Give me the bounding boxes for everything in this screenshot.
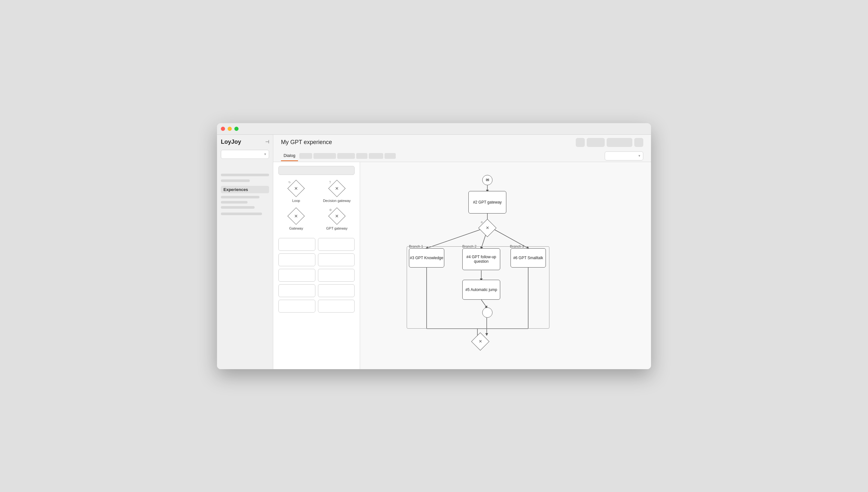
node-type-gateway[interactable]: ✕ Gateway [278,208,314,230]
block-item-8[interactable] [318,284,355,297]
flow-canvas[interactable]: ✉ #2 GPT gateway ⚙ ✕ Bra [360,162,651,369]
node-type-loop[interactable]: ↻ ✕ Loop [278,180,314,203]
app-body: LoyJoy ⊣ ▾ Experiences My GPT experience [217,135,651,369]
block-item-3[interactable] [278,253,315,266]
titlebar [217,123,651,135]
sidebar-item-2[interactable] [221,201,248,203]
block-item-7[interactable] [278,284,315,297]
collapse-icon[interactable]: ⊣ [265,139,269,144]
node-type-decision-gateway[interactable]: ? ✕ Decision gateway [319,180,355,203]
minimize-button[interactable] [228,127,232,131]
toolbar-icons [576,138,643,147]
block-item-4[interactable] [318,253,355,266]
branch-box [407,246,550,329]
flow-diamond-gw2[interactable]: ✕ [473,335,487,349]
node-label-loop: Loop [292,199,300,203]
toolbar-btn-2[interactable] [587,138,605,147]
sidebar-bar-2 [221,179,250,182]
toolbar-btn-1[interactable] [576,138,585,147]
sidebar-item-1[interactable] [221,196,259,198]
tabs: Dialog [281,151,396,161]
block-item-6[interactable] [318,269,355,282]
sidebar-bar-1 [221,174,269,176]
toolbar-btn-4[interactable] [634,138,643,147]
sidebar-dropdown[interactable]: ▾ [221,150,269,159]
block-item-10[interactable] [318,300,355,313]
page-title: My GPT experience [281,139,332,146]
tab-ph-1[interactable] [299,153,312,159]
top-bar-row2: Dialog ▾ [281,150,643,162]
tab-ph-4[interactable] [356,153,367,159]
close-button[interactable] [221,127,225,131]
flow-node-2[interactable]: #2 GPT gateway [468,191,506,214]
flow-node-start[interactable]: ✉ [482,175,492,185]
maximize-button[interactable] [234,127,238,131]
node-label-decision-gateway: Decision gateway [323,199,351,203]
canvas-area: ↻ ✕ Loop ? ✕ [273,162,651,369]
logo-text: LoyJoy [221,139,241,145]
node-label-gateway: Gateway [289,226,303,230]
block-grid [278,238,355,313]
app-window: LoyJoy ⊣ ▾ Experiences My GPT experience [217,123,651,369]
sidebar-item-3[interactable] [221,206,255,209]
left-panel-scroll: ↻ ✕ Loop ? ✕ [273,177,360,369]
top-bar: My GPT experience Dialog [273,135,651,162]
block-item-2[interactable] [318,238,355,251]
toolbar-btn-3[interactable] [607,138,632,147]
main-content: My GPT experience Dialog [273,135,651,369]
sidebar-logo: LoyJoy ⊣ [221,139,269,145]
tab-ph-2[interactable] [313,153,336,159]
node-label-gpt-gateway: GPT gateway [326,226,348,230]
top-bar-row1: My GPT experience [281,135,643,150]
block-item-9[interactable] [278,300,315,313]
node-type-gpt-gateway[interactable]: ⚙ ✕ GPT gateway [319,208,355,230]
tab-ph-5[interactable] [369,153,383,159]
view-dropdown[interactable]: ▾ [605,151,643,161]
tab-dialog[interactable]: Dialog [281,151,298,161]
left-panel-search [273,162,360,177]
sidebar: LoyJoy ⊣ ▾ Experiences [217,135,273,369]
flow-diamond-gw1[interactable]: ⚙ ✕ [480,221,494,235]
search-input[interactable] [278,166,355,175]
block-item-1[interactable] [278,238,315,251]
node-type-grid: ↻ ✕ Loop ? ✕ [278,180,355,230]
sidebar-section-experiences[interactable]: Experiences [221,186,269,193]
block-item-5[interactable] [278,269,315,282]
tab-ph-3[interactable] [337,153,355,159]
flow-inner: ✉ #2 GPT gateway ⚙ ✕ Bra [360,162,651,369]
sidebar-item-4[interactable] [221,213,262,215]
tab-ph-6[interactable] [384,153,396,159]
left-panel: ↻ ✕ Loop ? ✕ [273,162,360,369]
